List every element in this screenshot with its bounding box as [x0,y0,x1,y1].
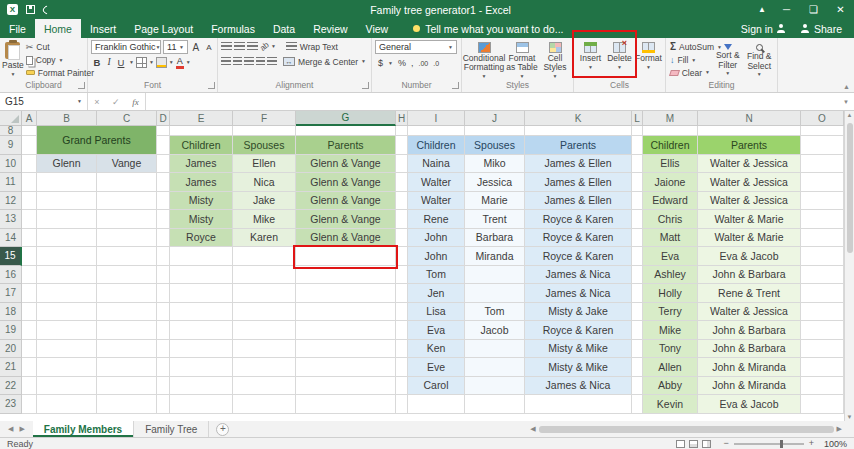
cell-B18[interactable] [37,303,97,322]
cell-G9[interactable]: Parents [296,136,396,155]
italic-button[interactable]: I [105,56,113,69]
cell-F19[interactable] [233,321,296,340]
name-box[interactable]: G15 ▼ [0,93,88,110]
decrease-indent-icon[interactable] [256,57,266,66]
cell-C23[interactable] [97,395,157,414]
sheet-tab-family-members[interactable]: Family Members [33,421,134,437]
cell-D12[interactable] [157,192,170,211]
dialog-launcher-icon[interactable] [208,82,215,89]
row-header-9[interactable]: 9 [0,136,22,155]
cell-J9[interactable]: Spouses [465,136,525,155]
percent-button[interactable]: % [398,58,406,68]
wrap-text-button[interactable]: Wrap Text [284,40,340,53]
cell-L14[interactable] [632,229,643,248]
cell-I17[interactable]: Jen [408,284,465,303]
cell-J21[interactable] [465,358,525,377]
cell-F9[interactable]: Spouses [233,136,296,155]
cell-B17[interactable] [37,284,97,303]
cell-M18[interactable]: Terry [643,303,698,322]
cell-F16[interactable] [233,266,296,285]
horizontal-scroll-thumb[interactable] [539,426,834,433]
cell-J17[interactable] [465,284,525,303]
cell-O13[interactable] [801,210,844,229]
row-header-17[interactable]: 17 [0,284,22,303]
vertical-scrollbar[interactable]: ▲ ▼ [844,111,854,421]
zoom-slider-thumb[interactable] [780,440,783,448]
underline-button[interactable]: U [115,56,127,69]
next-sheet-icon[interactable]: ▶ [19,425,24,433]
cell-I11[interactable]: Walter [408,173,465,192]
column-header-J[interactable]: J [465,111,525,126]
cell-O18[interactable] [801,303,844,322]
tab-page-layout[interactable]: Page Layout [125,19,202,38]
column-header-E[interactable]: E [170,111,233,126]
cell-B8[interactable]: Grand Parents [37,126,157,155]
cell-G22[interactable] [296,377,396,396]
formula-input[interactable] [146,93,838,110]
excel-app-icon[interactable]: X [7,4,18,15]
cell-M13[interactable]: Chris [643,210,698,229]
cell-J12[interactable]: Marie [465,192,525,211]
cell-E8[interactable] [170,126,233,136]
tab-file[interactable]: File [0,19,35,38]
cell-J22[interactable] [465,377,525,396]
cell-O21[interactable] [801,358,844,377]
scroll-right-icon[interactable]: ▶ [837,425,842,433]
cell-N21[interactable]: John & Miranda [698,358,801,377]
cell-E10[interactable]: James [170,155,233,174]
sign-in-button[interactable]: Sign in [741,23,786,35]
cell-L17[interactable] [632,284,643,303]
cell-C16[interactable] [97,266,157,285]
undo-icon[interactable] [41,4,52,15]
cell-A21[interactable] [22,358,37,377]
cell-H21[interactable] [396,358,408,377]
currency-button[interactable]: $ [378,58,383,68]
normal-view-icon[interactable] [676,440,685,448]
cell-M19[interactable]: Mike [643,321,698,340]
cell-K22[interactable]: James & Nica [525,377,632,396]
cell-B11[interactable] [37,173,97,192]
cell-B12[interactable] [37,192,97,211]
cell-H20[interactable] [396,340,408,359]
cell-N14[interactable]: Walter & Marie [698,229,801,248]
cell-B22[interactable] [37,377,97,396]
cell-M17[interactable]: Holly [643,284,698,303]
cell-C14[interactable] [97,229,157,248]
cell-D8[interactable] [157,126,170,136]
column-header-H[interactable]: H [396,111,408,126]
cell-K13[interactable]: Royce & Karen [525,210,632,229]
cell-M21[interactable]: Allen [643,358,698,377]
row-header-21[interactable]: 21 [0,358,22,377]
conditional-formatting-button[interactable]: Conditional Formatting ▼ [464,40,504,79]
cell-J15[interactable]: Miranda [465,247,525,266]
cell-H13[interactable] [396,210,408,229]
tab-review[interactable]: Review [304,19,356,38]
align-middle-icon[interactable] [234,42,245,51]
row-header-12[interactable]: 12 [0,192,22,211]
cell-J20[interactable] [465,340,525,359]
collapse-ribbon-icon[interactable]: ▲ [843,83,850,90]
merge-center-button[interactable]: ↔ Merge & Center ▼ [281,55,368,68]
cell-C19[interactable] [97,321,157,340]
increase-indent-icon[interactable] [267,57,277,66]
tab-data[interactable]: Data [264,19,304,38]
cell-D9[interactable] [157,136,170,155]
tab-insert[interactable]: Insert [81,19,125,38]
save-icon[interactable] [26,5,35,14]
select-all-corner[interactable] [0,111,22,126]
column-header-G[interactable]: G [296,111,396,126]
cell-L11[interactable] [632,173,643,192]
bold-button[interactable]: B [91,56,103,69]
cell-I15[interactable]: John [408,247,465,266]
cell-L10[interactable] [632,155,643,174]
cell-N23[interactable]: Eva & Jacob [698,395,801,414]
cell-L12[interactable] [632,192,643,211]
cell-M23[interactable]: Kevin [643,395,698,414]
cell-B13[interactable] [37,210,97,229]
cell-K20[interactable]: Misty & Mike [525,340,632,359]
cell-K8[interactable] [525,126,632,136]
cell-I12[interactable]: Walter [408,192,465,211]
cell-K12[interactable]: James & Ellen [525,192,632,211]
row-header-8[interactable]: 8 [0,126,22,136]
tab-formulas[interactable]: Formulas [202,19,264,38]
